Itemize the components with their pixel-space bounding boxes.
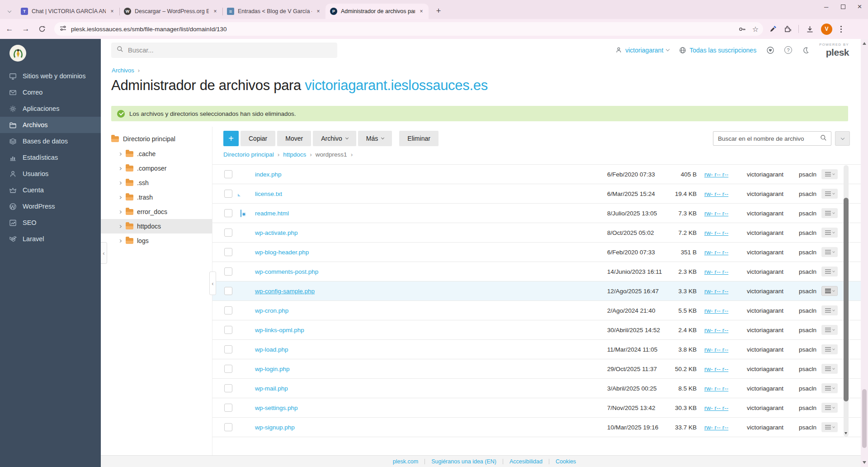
browser-menu-icon[interactable] — [840, 26, 842, 33]
row-menu-button[interactable] — [821, 403, 838, 413]
tab-close-icon[interactable]: × — [418, 8, 425, 15]
global-search[interactable] — [111, 43, 337, 58]
sidebar-item[interactable]: Laravel — [0, 231, 101, 247]
copy-button[interactable]: Copiar — [241, 131, 275, 146]
sidebar-item[interactable]: Cuenta — [0, 182, 101, 198]
row-checkbox[interactable] — [224, 423, 232, 431]
window-scrollbar-thumb[interactable] — [862, 389, 867, 448]
tab-search-chevron-icon[interactable] — [3, 4, 16, 19]
window-minimize-button[interactable]: ─ — [818, 0, 835, 14]
row-menu-button[interactable] — [821, 344, 838, 354]
file-permissions-link[interactable]: rw- r-- r-- — [697, 346, 738, 353]
file-row[interactable]: wp-blog-header.php 6/Feb/2020 07:33 351 … — [212, 243, 868, 262]
move-button[interactable]: Mover — [277, 131, 311, 146]
file-permissions-link[interactable]: rw- r-- r-- — [697, 405, 738, 411]
file-permissions-link[interactable]: rw- r-- r-- — [697, 307, 738, 314]
file-menu-button[interactable]: Archivo — [313, 131, 356, 146]
dark-mode-moon-icon[interactable] — [802, 47, 809, 54]
chevron-right-icon[interactable] — [118, 152, 122, 155]
browser-tab[interactable]: Entradas < Blog de V García — × — [222, 4, 326, 19]
path-crumb[interactable]: wordpress1 — [316, 151, 347, 158]
file-list-scrollbar[interactable] — [844, 165, 849, 437]
tree-item[interactable]: .ssh — [101, 176, 212, 190]
scrollbar-up-arrow-icon[interactable] — [863, 42, 866, 45]
chevron-right-icon[interactable] — [118, 167, 122, 170]
add-button[interactable]: + — [223, 131, 239, 146]
row-checkbox[interactable] — [224, 384, 232, 392]
site-logo[interactable] — [9, 45, 26, 62]
tree-item[interactable]: .trash — [101, 190, 212, 205]
file-row[interactable]: wp-mail.php 3/Abril/2025 00:25 8.5 KB rw… — [212, 379, 868, 398]
row-checkbox[interactable] — [224, 365, 232, 373]
file-name-link[interactable]: readme.html — [254, 210, 607, 217]
file-name-link[interactable]: wp-comments-post.php — [254, 268, 607, 275]
tab-close-icon[interactable]: × — [108, 8, 116, 15]
file-name-link[interactable]: wp-mail.php — [254, 385, 607, 392]
row-menu-button[interactable] — [821, 286, 838, 296]
filename-filter[interactable] — [713, 131, 831, 146]
eyedropper-extension-icon[interactable] — [769, 25, 777, 33]
filter-dropdown-button[interactable] — [835, 131, 850, 146]
file-permissions-link[interactable]: rw- r-- r-- — [697, 249, 738, 256]
file-name-link[interactable]: wp-blog-header.php — [254, 249, 607, 256]
address-bar[interactable]: plesk.ieslossauces.es/smb/file-manager/l… — [54, 22, 763, 36]
file-name-link[interactable]: wp-settings.php — [254, 405, 607, 411]
sidebar-item[interactable]: Aplicaciones — [0, 100, 101, 117]
file-permissions-link[interactable]: rw- r-- r-- — [697, 191, 738, 197]
file-permissions-link[interactable]: rw- r-- r-- — [697, 210, 738, 217]
file-permissions-link[interactable]: rw- r-- r-- — [697, 385, 738, 392]
site-info-icon[interactable] — [60, 25, 66, 33]
bookmark-star-icon[interactable]: ☆ — [752, 25, 759, 33]
row-checkbox[interactable] — [224, 345, 232, 353]
footer-link[interactable]: Accesibilidad — [509, 458, 556, 465]
chevron-right-icon[interactable] — [118, 224, 122, 228]
footer-link[interactable]: plesk.com — [393, 458, 431, 465]
row-menu-button[interactable] — [821, 383, 838, 393]
scrollbar-down-arrow-icon[interactable] — [844, 432, 847, 434]
file-permissions-link[interactable]: rw- r-- r-- — [697, 424, 738, 431]
row-checkbox[interactable] — [224, 248, 232, 256]
browser-profile-avatar[interactable]: V — [821, 24, 832, 35]
row-checkbox[interactable] — [224, 190, 232, 198]
row-menu-button[interactable] — [821, 305, 838, 315]
filename-filter-input[interactable] — [718, 135, 820, 142]
footer-link[interactable]: Sugiéranos una idea (EN) — [431, 458, 509, 465]
sidebar-collapse-handle[interactable]: ‹ — [101, 242, 107, 264]
file-row[interactable]: wp-comments-post.php 14/Junio/2023 16:11… — [212, 262, 868, 281]
browser-tab[interactable]: Chat | VICTORIA GARCÍA ANTÓ × — [16, 4, 119, 19]
tree-item[interactable]: httpdocs — [101, 219, 212, 234]
chevron-right-icon[interactable] — [118, 195, 122, 199]
file-row[interactable]: index.php 6/Feb/2020 07:33 405 B rw- r--… — [212, 165, 868, 184]
sidebar-item[interactable]: Usuarios — [0, 166, 101, 182]
row-menu-button[interactable] — [821, 189, 838, 199]
row-checkbox[interactable] — [224, 404, 232, 412]
file-name-link[interactable]: wp-config-sample.php — [254, 288, 607, 295]
tree-collapse-handle[interactable]: ‹ — [209, 272, 216, 295]
sidebar-item[interactable]: SEO — [0, 214, 101, 231]
row-menu-button[interactable] — [821, 422, 838, 432]
file-name-link[interactable]: index.php — [254, 171, 607, 178]
row-checkbox[interactable] — [224, 229, 232, 237]
row-checkbox[interactable] — [224, 267, 232, 276]
file-row[interactable]: wp-signup.php 10/Mar/2025 19:16 33.7 KB … — [212, 418, 868, 437]
row-checkbox[interactable] — [224, 209, 232, 217]
row-menu-button[interactable] — [821, 325, 838, 335]
new-tab-button[interactable]: + — [432, 5, 445, 17]
file-name-link[interactable]: wp-login.php — [254, 366, 607, 372]
file-permissions-link[interactable]: rw- r-- r-- — [697, 366, 738, 372]
tab-close-icon[interactable]: × — [315, 8, 322, 15]
file-name-link[interactable]: wp-cron.php — [254, 307, 607, 314]
row-checkbox[interactable] — [224, 170, 232, 178]
tree-item[interactable]: .composer — [101, 161, 212, 176]
file-permissions-link[interactable]: rw- r-- r-- — [697, 327, 738, 334]
extensions-puzzle-icon[interactable] — [784, 25, 791, 33]
file-row[interactable]: wp-cron.php 2/Ago/2024 21:40 5.5 KB rw- … — [212, 301, 868, 320]
tree-root-item[interactable]: Directorio principal — [101, 131, 212, 147]
sidebar-item[interactable]: Sitios web y dominios — [0, 68, 101, 84]
user-menu[interactable]: victoriagarant — [615, 47, 669, 54]
file-permissions-link[interactable]: rw- r-- r-- — [697, 268, 738, 275]
row-menu-button[interactable] — [821, 208, 838, 218]
browser-tab[interactable]: Administrador de archivos para × — [326, 4, 429, 19]
path-crumb[interactable]: Directorio principal — [223, 151, 274, 158]
chevron-right-icon[interactable] — [118, 210, 122, 213]
